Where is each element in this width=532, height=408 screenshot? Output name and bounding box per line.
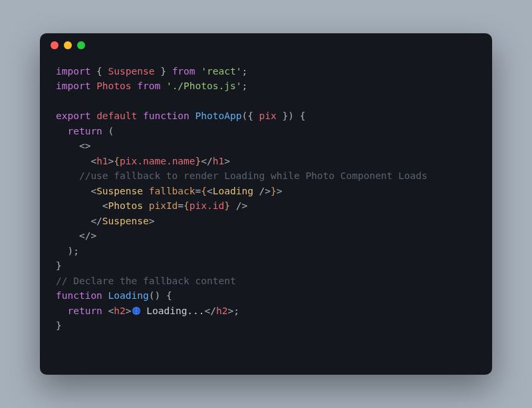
zoom-icon[interactable] <box>77 41 85 49</box>
code-line-6: <> <box>56 140 90 151</box>
code-line-11: </Suspense> <box>56 216 154 226</box>
code-line-2: import Photos from './Photos.js'; <box>56 81 247 91</box>
minimize-icon[interactable] <box>64 41 72 49</box>
code-line-12: </> <box>56 230 96 241</box>
code-line-4: export default function PhotoApp({ pix }… <box>56 110 305 121</box>
code-line-17: return <h2> Loading...</h2>; <box>56 306 239 316</box>
globe-icon <box>132 306 141 315</box>
code-line-9: <Suspense fallback={<Loading />}> <box>56 186 283 196</box>
code-line-13: ); <box>56 246 79 256</box>
code-line-15: // Declare the fallback content <box>56 276 236 286</box>
window-titlebar <box>40 33 492 57</box>
code-line-18: } <box>56 320 62 331</box>
code-content: import { Suspense } from 'react'; import… <box>40 57 492 339</box>
code-line-10: <Photos pixId={pix.id} /> <box>56 200 247 211</box>
code-line-1: import { Suspense } from 'react'; <box>56 66 247 77</box>
code-line-5: return ( <box>56 126 114 136</box>
code-line-8: //use fallback to render Loading while P… <box>56 170 428 181</box>
code-line-14: } <box>56 260 62 271</box>
code-editor-window: import { Suspense } from 'react'; import… <box>40 33 492 375</box>
code-line-16: function Loading() { <box>56 290 172 301</box>
close-icon[interactable] <box>51 41 59 49</box>
code-line-7: <h1>{pix.name.name}</h1> <box>56 156 230 166</box>
